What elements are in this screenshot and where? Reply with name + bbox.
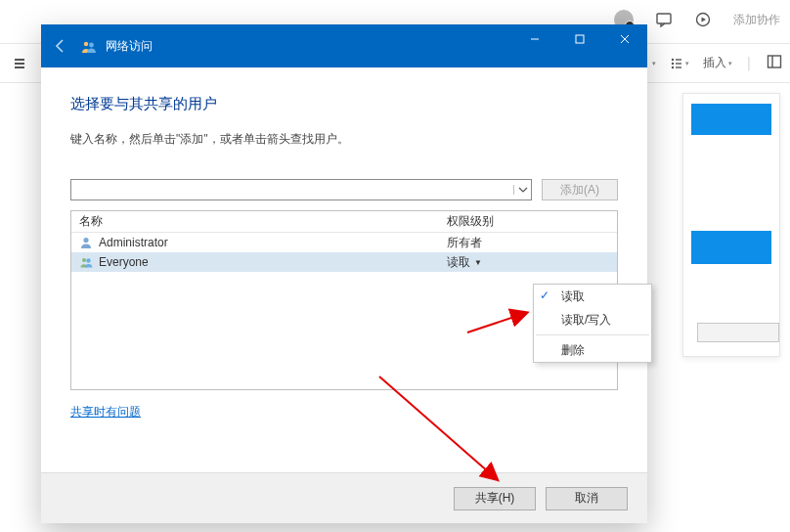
svg-point-4	[671, 66, 673, 67]
svg-point-6	[84, 42, 88, 46]
bullet-list-icon[interactable]: ▾	[670, 57, 689, 70]
table-row[interactable]: Everyone 读取 ▼	[71, 252, 617, 272]
user-combo[interactable]	[70, 179, 532, 200]
row-name: Administrator	[99, 236, 168, 249]
svg-rect-8	[576, 35, 584, 43]
panel-button[interactable]	[697, 323, 779, 342]
menu-item-label: 删除	[561, 342, 585, 359]
row-permission: 读取	[447, 254, 470, 271]
svg-point-10	[82, 258, 86, 262]
chevron-down-icon[interactable]	[513, 185, 531, 195]
panel-blue-bar-1	[691, 104, 771, 135]
svg-point-3	[671, 62, 673, 64]
minimize-button[interactable]	[512, 24, 557, 54]
toolbar-separator: │	[746, 57, 754, 70]
layout-icon[interactable]	[767, 54, 782, 72]
network-icon	[80, 37, 98, 55]
insert-dropdown[interactable]: 插入▾	[703, 55, 732, 71]
menu-item-delete[interactable]: 删除	[534, 338, 651, 362]
panel-blue-bar-2	[691, 231, 771, 264]
cancel-button[interactable]: 取消	[546, 487, 628, 510]
menu-item-label: 读取	[561, 288, 585, 305]
add-button: 添加(A)	[542, 179, 618, 200]
dialog-footer: 共享(H) 取消	[41, 472, 647, 523]
svg-rect-0	[657, 14, 671, 23]
table-header: 名称 权限级别	[71, 211, 617, 233]
close-button[interactable]	[602, 24, 647, 54]
menu-item-read-write[interactable]: 读取/写入	[534, 308, 651, 332]
permission-context-menu: ✓ 读取 读取/写入 删除	[533, 284, 652, 363]
add-collab-label[interactable]: 添加协作	[733, 12, 780, 28]
menu-item-label: 读取/写入	[561, 312, 611, 329]
menu-item-read[interactable]: ✓ 读取	[534, 285, 651, 308]
row-name: Everyone	[99, 255, 149, 269]
col-permission-header[interactable]: 权限级别	[441, 213, 617, 230]
background-side-panel	[682, 93, 780, 357]
chat-icon[interactable]	[655, 11, 673, 28]
dialog-title: 网络访问	[106, 38, 153, 55]
play-circle-icon[interactable]	[694, 11, 712, 28]
svg-rect-5	[768, 56, 781, 67]
dialog-content: 选择要与其共享的用户 键入名称，然后单击"添加"，或者单击箭头查找用户。 添加(…	[41, 67, 647, 421]
maximize-button[interactable]	[557, 24, 602, 54]
user-icon	[79, 236, 93, 249]
chevron-down-icon[interactable]: ▼	[474, 258, 482, 267]
dialog-instruction: 键入名称，然后单击"添加"，或者单击箭头查找用户。	[70, 131, 618, 148]
group-icon	[79, 255, 93, 269]
share-button[interactable]: 共享(H)	[454, 487, 536, 510]
left-tool-1-icon[interactable]	[10, 54, 29, 73]
dialog-heading: 选择要与其共享的用户	[70, 95, 618, 113]
back-icon[interactable]	[41, 24, 80, 67]
menu-separator	[536, 334, 649, 335]
col-name-header[interactable]: 名称	[71, 213, 441, 230]
insert-label: 插入	[703, 55, 726, 71]
check-icon: ✓	[540, 288, 549, 302]
network-access-dialog: 网络访问 选择要与其共享的用户 键入名称，然后单击"添加"，或者单击箭头查找用户…	[41, 24, 647, 523]
svg-point-7	[89, 43, 94, 48]
table-row[interactable]: Administrator 所有者	[71, 233, 617, 252]
svg-point-11	[86, 258, 90, 262]
row-permission: 所有者	[447, 235, 482, 251]
svg-point-2	[671, 58, 673, 60]
dialog-titlebar: 网络访问	[41, 24, 647, 67]
svg-point-9	[83, 238, 88, 243]
help-link[interactable]: 共享时有问题	[70, 404, 141, 421]
